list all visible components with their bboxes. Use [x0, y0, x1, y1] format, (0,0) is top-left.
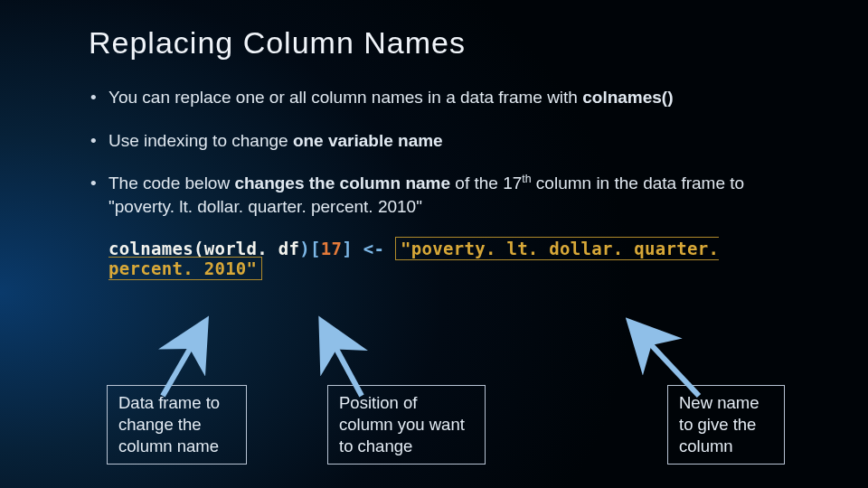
bullet-list: You can replace one or all column names …	[89, 86, 814, 219]
code-lhs: colnames(world. df	[108, 239, 299, 258]
bullet-3-mid: of the 17	[450, 174, 522, 193]
bullet-2: Use indexing to change one variable name	[89, 129, 814, 153]
code-index-open: )[	[299, 239, 320, 258]
bullet-1-text: You can replace one or all column names …	[108, 88, 582, 107]
bullet-2-text: Use indexing to change	[108, 131, 293, 150]
bullet-1-bold: colnames()	[582, 88, 673, 107]
label-position: Position of column you want to change	[327, 385, 486, 465]
label-new-name: New name to give the column	[667, 385, 785, 465]
code-number: 17	[321, 239, 342, 258]
bullet-3-pre: The code below	[108, 174, 234, 193]
code-example: colnames(world. df)[17] <- "poverty. lt.…	[108, 239, 814, 278]
slide-title: Replacing Column Names	[89, 25, 814, 61]
bullet-3-sup: th	[522, 173, 531, 185]
code-index-close: ]	[342, 239, 353, 258]
bullet-2-bold: one variable name	[293, 131, 443, 150]
label-data-frame: Data frame to change the column name	[107, 385, 247, 465]
code-operator: <-	[353, 239, 395, 258]
bullet-3: The code below changes the column name o…	[89, 172, 814, 219]
bullet-1: You can replace one or all column names …	[89, 86, 814, 109]
bullet-3-bold: changes the column name	[234, 174, 450, 193]
slide: Replacing Column Names You can replace o…	[0, 0, 868, 488]
